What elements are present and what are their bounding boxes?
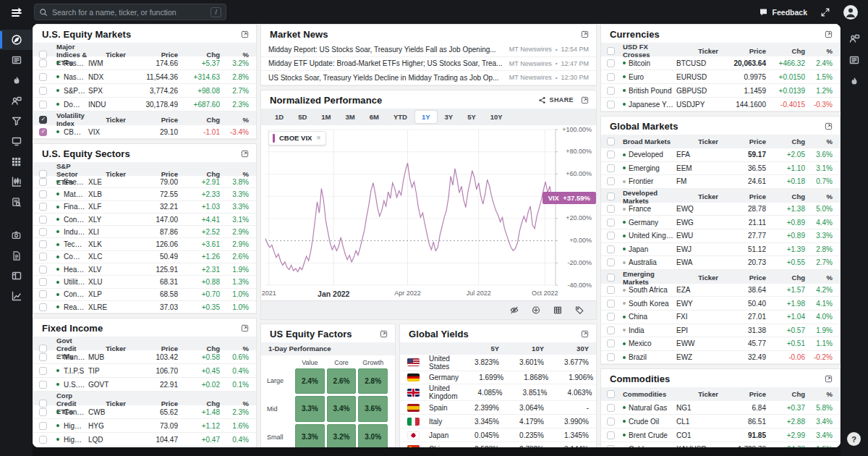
row-checkbox[interactable] [39, 381, 47, 389]
row-checkbox[interactable] [607, 245, 615, 253]
sidebar-item-screens[interactable] [0, 111, 33, 131]
yield-row[interactable]: United States 3.823% 3.601% 3.677% [400, 355, 596, 371]
heatmap-cell[interactable]: 3.0% [358, 424, 388, 447]
normalized-performance-chart[interactable]: CBOE VIX × VIX +37.59% +100.00%+80.00%+6… [261, 125, 596, 288]
yield-row[interactable]: Spain 2.399% 3.064% - [400, 401, 596, 415]
expand-panel-icon[interactable] [241, 324, 249, 332]
row-checkbox[interactable] [607, 431, 615, 439]
search-input[interactable]: Search for a name, ticker, or function / [34, 4, 226, 20]
heatmap-cell[interactable]: 2.6% [327, 368, 357, 394]
instrument-row[interactable]: Utilities XLU 68.31 +0.88 1.3% [33, 276, 256, 288]
yield-row[interactable]: United Kingdom 4.085% 3.851% 4.063% [400, 384, 596, 401]
instrument-row[interactable]: Gold XAUUSD 1,723.73 +24.73 1.5% [601, 442, 840, 447]
news-item[interactable]: Midday ETF Update: Broad-Market ETFs Hig… [261, 57, 596, 72]
yield-row[interactable]: Japan 0.045% 0.235% 1.345% [400, 428, 596, 442]
heatmap-cell[interactable]: 3.3% [295, 396, 325, 422]
group-checkbox[interactable] [607, 138, 615, 145]
instrument-row[interactable]: United Kingdom EWU 27.77 +0.89 3.3% [601, 229, 840, 243]
sidebar-item-analytics[interactable] [0, 286, 33, 306]
row-checkbox[interactable] [39, 253, 47, 261]
instrument-row[interactable]: Industrials XLI 87.86 +2.52 2.9% [33, 226, 256, 238]
instrument-row[interactable]: India EPI 31.38 +0.57 1.9% [601, 324, 840, 338]
expand-panel-icon[interactable] [825, 30, 833, 38]
instrument-row[interactable]: Cons. Staples XLP 68.58 +0.70 1.0% [33, 289, 256, 301]
sidebar-item-dashboards[interactable] [0, 266, 33, 286]
news-item[interactable]: US Stocks Soar, Treasury Yields Decline … [261, 71, 596, 85]
range-tab[interactable]: 5Y [461, 111, 482, 123]
instrument-row[interactable]: High Yield HYG 73.09 +1.12 1.6% [33, 419, 256, 433]
row-checkbox[interactable] [607, 87, 615, 95]
instrument-row[interactable]: Cons. Discretionary XLY 147.00 +4.41 3.1… [33, 214, 256, 226]
row-checkbox[interactable] [39, 422, 47, 430]
rightbar-item-advisor[interactable] [848, 33, 861, 47]
expand-screen-icon[interactable] [820, 7, 830, 17]
share-button[interactable]: SHARE [538, 96, 574, 104]
row-checkbox[interactable] [39, 216, 47, 224]
sidebar-item-today[interactable] [0, 70, 33, 90]
user-avatar[interactable] [843, 5, 858, 20]
instrument-row[interactable]: Developed EFA 59.17 +2.05 3.6% [601, 148, 840, 162]
row-checkbox[interactable] [39, 128, 47, 136]
row-checkbox[interactable] [39, 203, 47, 211]
row-checkbox[interactable] [607, 418, 615, 426]
row-checkbox[interactable] [607, 339, 615, 347]
group-checkbox[interactable] [39, 116, 47, 124]
instrument-row[interactable]: Euro EURUSD 0.9975 +0.0150 1.5% [601, 70, 840, 84]
instrument-row[interactable]: Communications XLC 50.49 +1.26 2.6% [33, 251, 256, 263]
instrument-row[interactable]: Materials XLB 72.55 +2.33 3.3% [33, 188, 256, 200]
instrument-row[interactable]: Nasdaq 100 NDX 11,544.36 +314.63 2.8% [33, 70, 256, 84]
row-checkbox[interactable] [39, 59, 47, 67]
sidebar-item-charts[interactable] [0, 172, 33, 192]
row-checkbox[interactable] [39, 178, 47, 186]
range-tab[interactable]: 10Y [484, 111, 509, 123]
range-tab[interactable]: 3Y [438, 111, 460, 123]
row-checkbox[interactable] [607, 353, 615, 361]
heatmap-cell[interactable]: 3.3% [295, 424, 325, 447]
heatmap-cell[interactable]: 2.8% [358, 368, 388, 394]
data-table-icon[interactable] [553, 305, 563, 315]
annotations-icon[interactable] [531, 305, 541, 315]
instrument-row[interactable]: CBOE VIX VIX 29.10 -1.01 -3.4% [33, 125, 256, 139]
row-checkbox[interactable] [607, 177, 615, 185]
instrument-row[interactable]: Energy XLE 79.00 +2.91 3.8% [33, 176, 256, 188]
row-checkbox[interactable] [607, 151, 615, 159]
row-checkbox[interactable] [607, 101, 615, 109]
app-logo-menu-icon[interactable] [0, 7, 33, 18]
group-checkbox[interactable] [39, 400, 47, 408]
instrument-row[interactable]: Health Care XLV 125.91 +2.31 1.9% [33, 263, 256, 276]
expand-panel-icon[interactable] [581, 330, 589, 338]
row-checkbox[interactable] [607, 404, 615, 412]
instrument-row[interactable]: Real Estate XLRE 37.03 +0.35 1.0% [33, 301, 256, 313]
expand-panel-icon[interactable] [825, 375, 833, 383]
group-checkbox[interactable] [607, 193, 615, 200]
row-checkbox[interactable] [39, 73, 47, 81]
row-checkbox[interactable] [39, 353, 47, 361]
hide-markers-icon[interactable] [509, 305, 519, 315]
row-checkbox[interactable] [39, 228, 47, 236]
sidebar-item-markets[interactable] [0, 30, 33, 50]
instrument-row[interactable]: T.I.P.S TIP 106.70 +0.45 0.4% [33, 364, 256, 378]
row-checkbox[interactable] [607, 258, 615, 266]
expand-panel-icon[interactable] [581, 30, 589, 38]
news-item[interactable]: Midday Report: US Stocks Soar, Treasury … [261, 43, 596, 57]
row-checkbox[interactable] [607, 445, 615, 447]
sidebar-item-news[interactable] [0, 50, 33, 70]
row-checkbox[interactable] [39, 367, 47, 375]
instrument-row[interactable]: U.S. Treasuries GOVT 22.91 +0.02 0.1% [33, 378, 256, 392]
rightbar-item-news[interactable] [848, 54, 860, 69]
instrument-row[interactable]: High Grade LQD 104.47 +0.47 0.4% [33, 433, 256, 447]
row-checkbox[interactable] [607, 300, 615, 308]
instrument-row[interactable]: Crude Oil CL1 86.51 +2.88 3.4% [601, 415, 840, 428]
row-checkbox[interactable] [39, 303, 47, 311]
row-checkbox[interactable] [607, 286, 615, 294]
expand-panel-icon[interactable] [241, 30, 249, 38]
instrument-row[interactable]: Dow Jones INDU 30,178.49 +687.60 2.3% [33, 98, 256, 111]
row-checkbox[interactable] [607, 59, 615, 67]
instrument-row[interactable]: China FXI 27.01 +1.04 4.0% [601, 311, 840, 324]
instrument-row[interactable]: Brent Crude CO1 91.85 +2.99 3.4% [601, 428, 840, 442]
yield-row[interactable]: Italy 3.345% 4.179% 3.990% [400, 415, 596, 428]
instrument-row[interactable]: Emerging EEM 36.55 +1.10 3.1% [601, 162, 840, 176]
row-checkbox[interactable] [607, 73, 615, 81]
instrument-row[interactable]: Germany EWG 21.11 +0.89 4.4% [601, 216, 840, 229]
row-checkbox[interactable] [39, 278, 47, 286]
